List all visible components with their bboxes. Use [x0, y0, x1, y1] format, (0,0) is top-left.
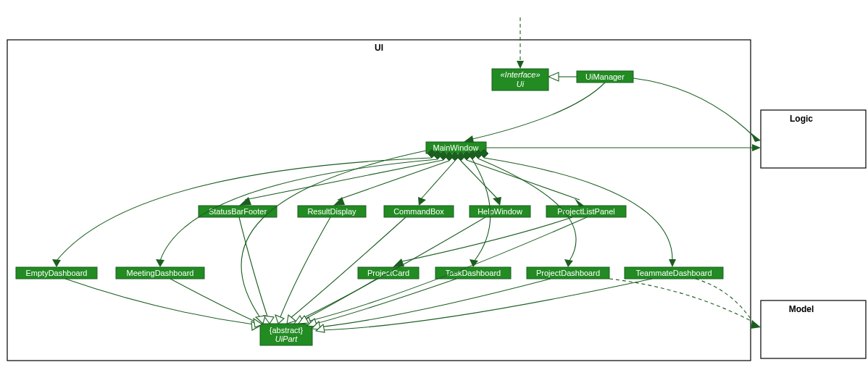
- ui-part-stereotype: {abstract}: [270, 326, 304, 335]
- class-teammate-dashboard: TeammateDashboard: [625, 267, 723, 279]
- ui-manager-name: UiManager: [585, 72, 625, 81]
- arrow-to-model: [751, 320, 761, 329]
- ui-interface-name: Ui: [517, 80, 525, 88]
- package-model-label: Model: [789, 304, 814, 314]
- package-logic: [761, 110, 866, 168]
- result-display-name: ResultDisplay: [307, 207, 356, 216]
- class-project-dashboard: ProjectDashboard: [527, 267, 609, 279]
- package-ui-label: UI: [375, 43, 383, 53]
- package-logic-label: Logic: [790, 114, 813, 124]
- class-help-window: HelpWindow: [470, 206, 530, 217]
- class-meeting-dashboard: MeetingDashboard: [116, 267, 204, 279]
- ui-interface-stereotype: «Interface»: [500, 70, 540, 79]
- arrow-uimanager-to-logic: [751, 133, 761, 142]
- status-bar-footer-name: StatusBarFooter: [209, 207, 267, 216]
- class-result-display: ResultDisplay: [298, 206, 366, 217]
- package-ui: [7, 40, 751, 361]
- class-project-list-panel: ProjectListPanel: [546, 206, 626, 217]
- class-task-dashboard: TaskDashboard: [435, 267, 511, 279]
- command-box-name: CommandBox: [393, 207, 444, 216]
- class-ui-interface: «Interface» Ui: [492, 69, 548, 91]
- arrow-mainwindow-to-logic: [752, 144, 761, 151]
- class-empty-dashboard: EmptyDashboard: [16, 267, 97, 279]
- class-ui-part: {abstract} UiPart: [260, 324, 312, 345]
- project-dashboard-name: ProjectDashboard: [536, 269, 600, 277]
- ui-part-name: UiPart: [275, 335, 299, 343]
- class-ui-manager: UiManager: [577, 71, 633, 83]
- main-window-name: MainWindow: [433, 143, 479, 152]
- empty-dashboard-name: EmptyDashboard: [26, 269, 88, 277]
- help-window-name: HelpWindow: [477, 207, 522, 216]
- meeting-dashboard-name: MeetingDashboard: [127, 269, 194, 277]
- class-command-box: CommandBox: [384, 206, 454, 217]
- teammate-dashboard-name: TeammateDashboard: [635, 269, 711, 277]
